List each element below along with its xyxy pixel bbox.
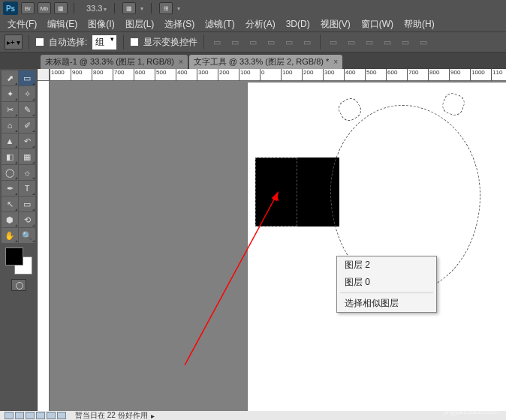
- watermark-url: jingyan.baidu.com: [444, 408, 498, 416]
- tool-shape[interactable]: ▭: [19, 196, 35, 212]
- tool-marquee[interactable]: ▭: [19, 70, 35, 86]
- tool-heal[interactable]: ⌂: [2, 118, 18, 133]
- tool-crop[interactable]: ✂: [2, 102, 18, 117]
- menu-window[interactable]: 窗口(W): [357, 16, 398, 32]
- statusbar-text: 暂当日在 22 份好作用: [75, 410, 148, 420]
- doc-tab-active[interactable]: 文字工具 @ 33.3% (图层 2, RGB/8) *×: [189, 55, 342, 69]
- tool-history[interactable]: ↶: [19, 134, 35, 148]
- distribute-icon[interactable]: ▭: [417, 35, 430, 49]
- separator: [203, 34, 204, 50]
- foreground-swatch[interactable]: [5, 248, 23, 266]
- vertical-ruler[interactable]: [38, 81, 50, 411]
- ruler-origin[interactable]: [38, 69, 50, 81]
- context-menu-item-layer2[interactable]: 图层 2: [337, 256, 436, 274]
- ruler-tick: 700: [407, 69, 418, 81]
- tool-brush[interactable]: ✐: [19, 118, 35, 133]
- tool-path[interactable]: ↖: [2, 196, 18, 212]
- canvas-document[interactable]: [248, 82, 506, 411]
- statusbar-icon[interactable]: [36, 412, 45, 419]
- separator: [29, 34, 29, 50]
- tool-hand[interactable]: ✋: [2, 228, 18, 243]
- menu-file[interactable]: 文件(F): [3, 16, 41, 32]
- menu-edit[interactable]: 编辑(E): [43, 16, 82, 32]
- doc-tab[interactable]: 未标题-1 @ 33.3% (图层 1, RGB/8)×: [41, 55, 188, 69]
- menu-bar: 文件(F) 编辑(E) 图像(I) 图层(L) 选择(S) 滤镜(T) 分析(A…: [0, 16, 506, 32]
- tool-3drot[interactable]: ⟲: [19, 212, 35, 227]
- align-icon[interactable]: ▭: [246, 35, 260, 49]
- tool-dodge[interactable]: ☼: [19, 165, 35, 180]
- arrange-icon[interactable]: ▦: [122, 2, 136, 14]
- menu-layer[interactable]: 图层(L): [121, 16, 159, 32]
- distribute-icon[interactable]: ▭: [381, 35, 394, 49]
- tool-eyedrop[interactable]: ✎: [19, 102, 35, 117]
- tool-blur[interactable]: ◯: [2, 165, 18, 180]
- tool-zoom[interactable]: 🔍: [19, 228, 35, 243]
- document-tabs: 未标题-1 @ 33.3% (图层 1, RGB/8)× 文字工具 @ 33.3…: [0, 52, 506, 69]
- marquee-selection-ear: [440, 91, 467, 118]
- align-icon[interactable]: ▭: [300, 35, 314, 49]
- toolbox: ⬈▭✦✧✂✎⌂✐▲↶◧▦◯☼✒T↖▭⬢⟲✋🔍: [0, 69, 38, 411]
- separator: [123, 34, 124, 50]
- show-transform-checkbox[interactable]: [130, 38, 139, 46]
- align-icon[interactable]: ▭: [228, 35, 242, 49]
- ruler-tick: 1000: [470, 69, 485, 81]
- align-icon[interactable]: ▭: [264, 35, 278, 49]
- title-bar: Ps Br Mb ▦ 33.3▾ ▦ ▾ ⊞ ▾: [0, 0, 506, 16]
- statusbar-icon[interactable]: [47, 412, 56, 419]
- ruler-tick: 800: [92, 69, 103, 81]
- ruler-tick: 0: [260, 69, 264, 81]
- align-icon[interactable]: ▭: [282, 35, 296, 49]
- color-swatches[interactable]: [5, 248, 32, 274]
- distribute-icon[interactable]: ▭: [363, 35, 376, 49]
- canvas-area[interactable]: 1000900800700600500400300200100010020030…: [38, 69, 506, 411]
- menu-filter[interactable]: 滤镜(T): [200, 16, 239, 32]
- distribute-icon[interactable]: ▭: [399, 35, 412, 49]
- tool-eraser[interactable]: ◧: [2, 149, 18, 164]
- tool-lasso[interactable]: ✦: [2, 86, 18, 101]
- current-tool-icon[interactable]: ▸+ ▾: [5, 34, 23, 50]
- align-icon[interactable]: ▭: [210, 35, 224, 49]
- separator: [340, 292, 433, 293]
- horizontal-ruler[interactable]: 1000900800700600500400300200100010020030…: [50, 69, 506, 81]
- menu-select[interactable]: 选择(S): [160, 16, 199, 32]
- separator: [74, 3, 74, 14]
- menu-3d[interactable]: 3D(D): [282, 17, 315, 31]
- menu-view[interactable]: 视图(V): [316, 16, 355, 32]
- tool-gradient[interactable]: ▦: [19, 149, 35, 164]
- tool-pen[interactable]: ✒: [2, 181, 18, 196]
- context-menu-item-select-similar[interactable]: 选择相似图层: [337, 295, 436, 312]
- close-icon[interactable]: ×: [179, 58, 183, 66]
- screenmode-icon[interactable]: ⊞: [159, 2, 173, 14]
- zoom-level[interactable]: 33.3▾: [86, 4, 107, 13]
- auto-select-checkbox[interactable]: [35, 38, 44, 46]
- dropdown-arrow-icon[interactable]: ▾: [177, 5, 180, 12]
- dropdown-arrow-icon[interactable]: ▾: [140, 5, 143, 12]
- ruler-tick: 100: [281, 69, 292, 81]
- menu-analysis[interactable]: 分析(A): [241, 16, 280, 32]
- statusbar-icon[interactable]: [5, 412, 14, 419]
- distribute-icon[interactable]: ▭: [327, 35, 340, 49]
- close-icon[interactable]: ×: [333, 58, 338, 66]
- statusbar-icon[interactable]: [15, 412, 24, 419]
- tool-3d[interactable]: ⬢: [2, 212, 18, 227]
- statusbar-icon[interactable]: [57, 412, 66, 419]
- menu-help[interactable]: 帮助(H): [399, 16, 439, 32]
- grid-icon[interactable]: ▦: [54, 2, 68, 14]
- minibridge-icon[interactable]: Mb: [38, 2, 51, 14]
- tool-wand[interactable]: ✧: [19, 86, 35, 101]
- tool-type[interactable]: T: [19, 181, 35, 196]
- status-bar: 暂当日在 22 份好作用 ▸: [0, 411, 506, 420]
- distribute-icon[interactable]: ▭: [345, 35, 358, 49]
- statusbar-icon[interactable]: [26, 412, 35, 419]
- menu-image[interactable]: 图像(I): [83, 16, 119, 32]
- quick-mask-icon[interactable]: [11, 279, 26, 291]
- tool-move[interactable]: ⬈: [2, 70, 18, 86]
- auto-select-dropdown[interactable]: 组: [92, 34, 117, 50]
- bridge-icon[interactable]: Br: [21, 2, 35, 14]
- show-transform-label: 显示变换控件: [143, 36, 197, 49]
- separator: [114, 3, 115, 14]
- context-menu-item-layer0[interactable]: 图层 0: [337, 274, 436, 291]
- ruler-tick: 100: [239, 69, 250, 81]
- ruler-tick: 900: [71, 69, 82, 81]
- tool-stamp[interactable]: ▲: [2, 134, 18, 148]
